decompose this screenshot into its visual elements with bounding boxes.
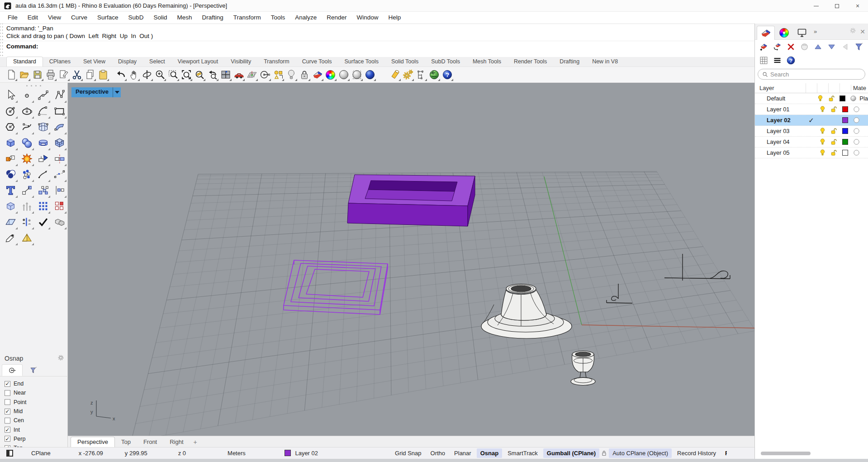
status-toggle-filter[interactable]: Filter bbox=[721, 450, 727, 457]
select-arrow-icon[interactable] bbox=[2, 87, 19, 103]
wedge-icon[interactable] bbox=[311, 68, 324, 81]
pan-icon[interactable] bbox=[127, 68, 140, 81]
ribbon-tab-visibility[interactable]: Visibility bbox=[224, 57, 257, 67]
menu-render[interactable]: Render bbox=[322, 12, 351, 24]
osnap-option-int[interactable]: ✓Int bbox=[5, 425, 68, 434]
cube-light-icon[interactable] bbox=[2, 198, 19, 214]
status-toggle-grid-snap[interactable]: Grid Snap bbox=[391, 448, 425, 458]
visibility-bulb-icon[interactable] bbox=[817, 105, 828, 113]
ribbon-tab-standard[interactable]: Standard bbox=[6, 57, 43, 67]
viewport-tab-top[interactable]: Top bbox=[115, 437, 137, 447]
menu-edit[interactable]: Edit bbox=[23, 12, 43, 24]
osnap-option-point[interactable]: Point bbox=[5, 398, 68, 407]
menu-drafting[interactable]: Drafting bbox=[197, 12, 228, 24]
menu-file[interactable]: File bbox=[3, 12, 23, 24]
polygon-icon[interactable] bbox=[2, 119, 19, 135]
layer-color-swatch[interactable] bbox=[840, 128, 851, 134]
close-button[interactable]: × bbox=[847, 0, 868, 12]
status-toggle-planar[interactable]: Planar bbox=[451, 448, 475, 458]
visibility-bulb-icon[interactable] bbox=[817, 127, 828, 135]
sweep-icon[interactable] bbox=[51, 119, 67, 135]
current-layer-name[interactable]: Layer 02 bbox=[295, 450, 318, 457]
ribbon-tab-surface-tools[interactable]: Surface Tools bbox=[338, 57, 385, 67]
save-icon[interactable] bbox=[31, 68, 44, 81]
move-down-icon[interactable] bbox=[825, 41, 837, 52]
scrollbar-thumb[interactable] bbox=[761, 452, 811, 455]
explode-icon[interactable] bbox=[19, 151, 35, 167]
ribbon-tab-drafting[interactable]: Drafting bbox=[553, 57, 586, 67]
menu-help[interactable]: Help bbox=[384, 12, 406, 24]
layer-color-swatch[interactable] bbox=[837, 95, 848, 101]
osnap-option-near[interactable]: Near bbox=[5, 388, 68, 397]
curve-dots-icon[interactable] bbox=[51, 167, 67, 182]
viewport-tab-perspective[interactable]: Perspective bbox=[71, 437, 115, 447]
tab-viewport-properties[interactable] bbox=[793, 26, 811, 40]
layer-name[interactable]: Layer 03 bbox=[755, 128, 806, 134]
checkbox[interactable]: ✓ bbox=[5, 381, 10, 387]
menu-subd[interactable]: SubD bbox=[123, 12, 149, 24]
command-options-line[interactable]: Click and drag to pan ( Down Left Right … bbox=[0, 32, 754, 39]
material-icon[interactable] bbox=[851, 105, 862, 113]
gray-boxes-icon[interactable] bbox=[51, 214, 67, 230]
zoom-window-icon[interactable] bbox=[166, 68, 180, 81]
menu-curve[interactable]: Curve bbox=[66, 12, 92, 24]
lock-icon[interactable] bbox=[828, 127, 840, 135]
material-icon[interactable] bbox=[848, 95, 859, 102]
ribbon-tab-render-tools[interactable]: Render Tools bbox=[508, 57, 553, 67]
color-wheel-icon[interactable] bbox=[324, 68, 337, 81]
curve-arrow-icon[interactable] bbox=[35, 167, 51, 182]
lock-icon[interactable] bbox=[828, 138, 840, 146]
current-layer-pane[interactable]: Layer 02 bbox=[285, 450, 318, 457]
ribbon-tab-select[interactable]: Select bbox=[143, 57, 171, 67]
purple-frame-shaded[interactable] bbox=[347, 175, 475, 226]
menu-tools[interactable]: Tools bbox=[266, 12, 290, 24]
status-toggle-smarttrack[interactable]: SmartTrack bbox=[504, 448, 541, 458]
arc-icon[interactable] bbox=[35, 103, 51, 119]
ribbon-tab-solid-tools[interactable]: Solid Tools bbox=[385, 57, 425, 67]
status-toggle-ortho[interactable]: Ortho bbox=[427, 448, 449, 458]
layer-color-swatch[interactable] bbox=[840, 139, 851, 145]
panel-horizontal-scrollbar[interactable] bbox=[760, 451, 863, 456]
render-sphere-icon[interactable] bbox=[363, 68, 376, 81]
command-area[interactable]: Command: '_Pan Click and drag to pan ( D… bbox=[0, 24, 754, 57]
car-icon[interactable] bbox=[232, 68, 245, 81]
ribbon-tab-transform[interactable]: Transform bbox=[257, 57, 296, 67]
layer-row-01[interactable]: Layer 01 bbox=[755, 104, 868, 115]
pyramid-icon[interactable] bbox=[19, 230, 35, 246]
ellipse-icon[interactable] bbox=[19, 103, 35, 119]
layer-column-header[interactable]: Layer bbox=[755, 85, 806, 91]
ribbon-tab-mesh-tools[interactable]: Mesh Tools bbox=[466, 57, 508, 67]
material-column-header[interactable]: Mate bbox=[851, 85, 868, 91]
new-sublayer-icon[interactable] bbox=[771, 41, 783, 52]
layer-row-default[interactable]: Default Pla bbox=[755, 93, 868, 104]
visibility-bulb-icon[interactable] bbox=[815, 95, 826, 102]
visibility-bulb-icon[interactable] bbox=[817, 138, 828, 146]
status-toggle-osnap[interactable]: Osnap bbox=[477, 448, 502, 458]
material-icon[interactable] bbox=[851, 138, 862, 146]
table-icon[interactable] bbox=[758, 55, 769, 66]
hamburger-icon[interactable] bbox=[771, 55, 783, 66]
array-icon[interactable] bbox=[35, 182, 51, 198]
help-icon[interactable]: ? bbox=[785, 55, 797, 66]
menu-mesh[interactable]: Mesh bbox=[172, 12, 197, 24]
command-prompt[interactable]: Command: bbox=[0, 41, 754, 50]
ribbon-tab-new-in-v8[interactable]: New in V8 bbox=[586, 57, 624, 67]
menu-transform[interactable]: Transform bbox=[228, 12, 266, 24]
maximize-button[interactable] bbox=[826, 0, 847, 12]
layer-name[interactable]: Layer 05 bbox=[755, 149, 806, 156]
checkbox[interactable]: ✓ bbox=[5, 436, 10, 442]
spheres-icon[interactable] bbox=[19, 135, 35, 151]
split-icon[interactable] bbox=[51, 151, 67, 167]
box-icon[interactable] bbox=[2, 135, 19, 151]
patch-icon[interactable] bbox=[35, 119, 51, 135]
checkbox[interactable] bbox=[5, 390, 10, 396]
filter-icon[interactable] bbox=[853, 41, 864, 52]
print-icon[interactable] bbox=[44, 68, 57, 81]
grid-dots-icon[interactable] bbox=[35, 198, 51, 214]
layer-name[interactable]: Layer 02 bbox=[755, 117, 806, 124]
menu-analyze[interactable]: Analyze bbox=[290, 12, 322, 24]
command-panel-grip[interactable] bbox=[0, 24, 4, 57]
swap-people-icon[interactable] bbox=[19, 214, 35, 230]
curve-handle-icon[interactable] bbox=[19, 119, 35, 135]
layer-row-02-selected[interactable]: Layer 02 ✓ bbox=[755, 115, 868, 126]
